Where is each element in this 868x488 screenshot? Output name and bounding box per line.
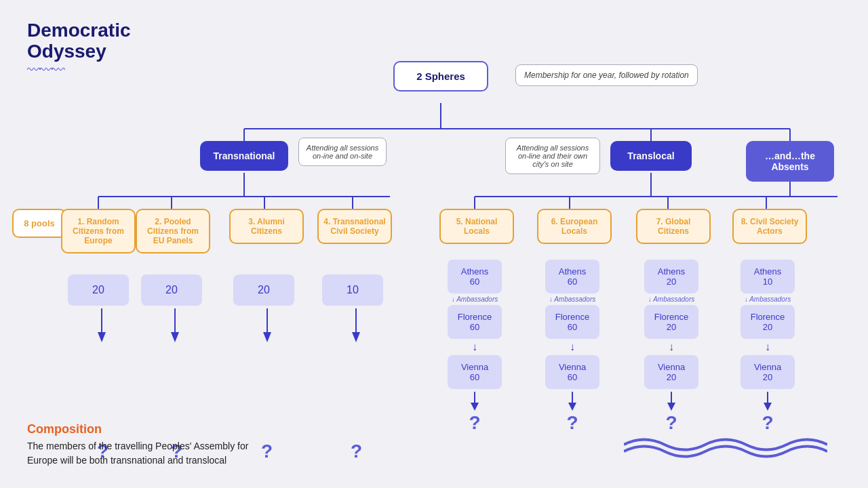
pool-6: 6. European Locals xyxy=(537,209,612,244)
pool-8-arrow-2: ↓ xyxy=(765,341,770,353)
pool-5-vienna-name: Vienna xyxy=(461,362,488,372)
wave-decoration xyxy=(624,431,827,461)
pool-3-arrow xyxy=(260,308,274,342)
pool-6-arrow-2: ↓ xyxy=(570,341,575,353)
spheres-label: 2 Spheres xyxy=(416,70,465,82)
note-attending-left: Attending all sessions on-ine and on-sit… xyxy=(298,138,387,166)
svg-marker-29 xyxy=(568,403,576,411)
pool-8-final-arrow xyxy=(761,392,774,412)
pool-1-arrow xyxy=(95,308,108,342)
pool-2-arrow xyxy=(168,308,182,342)
svg-marker-23 xyxy=(263,332,271,342)
svg-marker-27 xyxy=(471,403,479,411)
spheres-node: 2 Spheres xyxy=(393,61,488,92)
pool-5-arrow-2: ↓ xyxy=(472,341,477,353)
pool-4-arrow xyxy=(349,308,363,342)
pool-6-vienna: Vienna 60 xyxy=(545,355,599,389)
pool-8-amb-1: ↓ Ambassadors xyxy=(745,296,791,303)
svg-marker-21 xyxy=(171,332,179,342)
svg-marker-33 xyxy=(764,403,772,411)
svg-marker-25 xyxy=(352,332,360,342)
pool-7-athens: Athens 20 xyxy=(644,260,698,293)
pool-7-final-arrow xyxy=(665,392,678,412)
pools-label: 8 pools xyxy=(12,209,66,238)
svg-marker-31 xyxy=(667,403,675,411)
pool-3: 3. Alumni Citizens xyxy=(229,209,304,244)
pool-5-florence-num: 60 xyxy=(470,322,479,332)
pool-5-athens-name: Athens xyxy=(461,266,488,277)
composition-title: Composition xyxy=(27,422,248,436)
wave-svg xyxy=(624,431,827,458)
membership-note: Membership for one year, followed by rot… xyxy=(515,64,698,86)
pool-5-amb-1: ↓ Ambassadors xyxy=(452,296,498,303)
pool-6-question: ? xyxy=(566,412,578,434)
pool-6-amb-1: ↓ Ambassadors xyxy=(549,296,596,303)
pool-5-vienna-num: 60 xyxy=(470,372,479,382)
pool-8-athens: Athens 10 xyxy=(741,260,795,293)
pool-2-num: 20 xyxy=(141,274,202,306)
pool-5-question: ? xyxy=(469,412,480,434)
pool-4-num: 10 xyxy=(322,274,383,306)
transnational-node: Transnational xyxy=(200,141,288,171)
pool-7: 7. Global Citizens xyxy=(636,209,711,244)
pool-7-florence: Florence 20 xyxy=(644,305,698,339)
pool-1-num: 20 xyxy=(68,274,129,306)
pool-7-vienna: Vienna 20 xyxy=(644,355,698,389)
pool-5: 5. National Locals xyxy=(439,209,514,244)
pool-7-arrow-2: ↓ xyxy=(669,341,674,353)
pool-1: 1. Random Citizens from Europe xyxy=(61,209,136,253)
pool-3-question: ? xyxy=(261,441,273,462)
pool-8: 8. Civil Society Actors xyxy=(732,209,807,244)
pool-5-athens-num: 60 xyxy=(470,277,479,287)
pool-5-vienna: Vienna 60 xyxy=(448,355,502,389)
absents-node: …and…the Absents xyxy=(746,141,834,182)
pool-6-florence: Florence 60 xyxy=(545,305,599,339)
connector-lines xyxy=(0,41,868,488)
composition-section: Composition The members of the travellin… xyxy=(27,422,248,468)
pool-8-vienna: Vienna 20 xyxy=(741,355,795,389)
pool-5-final-arrow xyxy=(468,392,481,412)
svg-marker-19 xyxy=(98,332,106,342)
logo-title-line1: Democratic xyxy=(27,20,131,41)
translocal-node: Translocal xyxy=(610,141,692,171)
composition-text: The members of the travelling Peoples' A… xyxy=(27,439,248,468)
pool-6-final-arrow xyxy=(566,392,579,412)
pool-7-amb-1: ↓ Ambassadors xyxy=(648,296,695,303)
diagram: 2 Spheres Membership for one year, follo… xyxy=(0,41,868,488)
pool-4: 4. Transnational Civil Society xyxy=(317,209,392,244)
pool-5-athens: Athens 60 xyxy=(448,260,502,293)
note-attending-right: Attending all sessions on-line and their… xyxy=(505,138,600,174)
pool-3-num: 20 xyxy=(233,274,294,306)
pool-6-athens: Athens 60 xyxy=(545,260,599,293)
pool-5-florence: Florence 60 xyxy=(448,305,502,339)
pool-2: 2. Pooled Citizens from EU Panels xyxy=(136,209,210,253)
pool-4-question: ? xyxy=(351,441,362,462)
pool-8-florence: Florence 20 xyxy=(741,305,795,339)
pool-5-florence-name: Florence xyxy=(458,312,492,322)
